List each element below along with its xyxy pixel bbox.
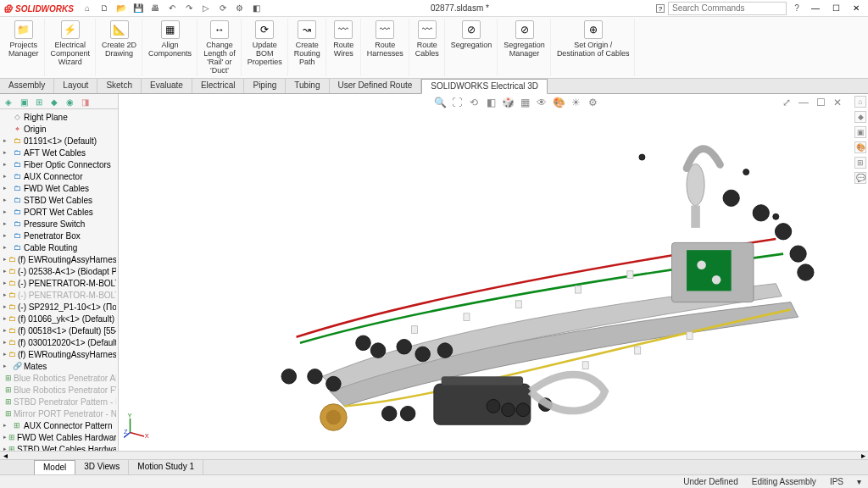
tree-item[interactable]: ⊞STBD Penetrator Pattern - NO WET [2, 396, 116, 408]
ribbon-segregation[interactable]: ⊘Segregation [446, 19, 498, 76]
ribbon-icon: ⚡ [61, 20, 80, 39]
tab-solidworks-electrical-3d[interactable]: SOLIDWORKS Electrical 3D [421, 79, 548, 94]
tree-item[interactable]: ◇Right Plane [2, 111, 116, 123]
home-icon[interactable]: ⌂ [81, 2, 94, 15]
doctab-3d-views[interactable]: 3D Views [75, 460, 129, 474]
new-icon[interactable]: 🗋 [97, 2, 111, 15]
tree-item[interactable]: ▸🗀(f) 030012020<1> (Default) [5781] [2, 336, 116, 348]
svg-point-9 [370, 343, 386, 358]
ribbon-update-bom-properties[interactable]: ⟳UpdateBOMProperties [242, 19, 288, 76]
tree-item[interactable]: ▸🗀(-) PENETRATOR-M-BOLT-10-25-A [2, 289, 116, 301]
select-icon[interactable]: ▷ [199, 2, 213, 15]
tree-item[interactable]: ▸🗀(f) 00518<1> (Default) [5548] [2, 324, 116, 336]
dimxpert-icon[interactable]: ◆ [47, 96, 61, 108]
ribbon-change-length-of-rail-or-duct-[interactable]: ↔ChangeLength of'Rail' or'Duct' [198, 19, 242, 76]
tab-piping[interactable]: Piping [244, 79, 286, 93]
save-icon[interactable]: 💾 [131, 2, 145, 15]
options-icon[interactable]: ⚙ [233, 2, 247, 15]
rebuild-icon[interactable]: ⟳ [216, 2, 230, 15]
tab-evaluate[interactable]: Evaluate [142, 79, 192, 93]
featuremanager-icon[interactable]: ◈ [2, 96, 15, 108]
tree-item[interactable]: ▸🗀(f) EWRoutingAssyHarness_H3[3756 [2, 348, 116, 360]
doctab-motion-study-1[interactable]: Motion Study 1 [129, 460, 203, 474]
taskpane-custom-icon[interactable]: ⊞ [854, 157, 866, 169]
solidworks-logo: 🏵 SOLIDWORKS [3, 3, 74, 14]
redo-icon[interactable]: ↷ [182, 2, 196, 15]
ribbon-set-origin-destination-of-cables[interactable]: ⊕Set Origin /Destination of Cables [552, 19, 636, 76]
tree-item[interactable]: ▸🗀(f) EWRoutingAssyHarness_H2_357 [2, 253, 116, 265]
taskpane-forum-icon[interactable]: 💬 [854, 172, 866, 184]
svg-point-15 [281, 369, 297, 385]
propertymanager-icon[interactable]: ▣ [17, 96, 31, 108]
tree-item[interactable]: ▸🗀Fiber Optic Connectors [2, 158, 116, 170]
ribbon-create-routing-path[interactable]: ↝CreateRoutingPath [289, 19, 326, 76]
tree-item[interactable]: ⊞Mirror PORT Penetrator - NO WET [2, 408, 116, 419]
status-units[interactable]: IPS [830, 477, 843, 486]
reference-triad[interactable]: Y X Z [124, 413, 149, 441]
status-bar: Under Defined Editing Assembly IPS ▾ [0, 474, 868, 488]
render-icon[interactable]: ◨ [78, 96, 92, 108]
tree-item[interactable]: ▸🗀Pressure Switch [2, 218, 116, 230]
feature-tree[interactable]: ◇Right Plane⌖Origin▸🗀01191<1> (Default)▸… [0, 109, 118, 451]
tree-item[interactable]: ▸🗀Penetrator Box [2, 230, 116, 241]
taskpane-view-icon[interactable]: ▣ [854, 126, 866, 138]
tree-item[interactable]: ▸🗀PORT Wet Cables [2, 206, 116, 218]
maximize-icon[interactable]: ☐ [827, 2, 844, 15]
open-icon[interactable]: 📂 [114, 2, 128, 15]
close-icon[interactable]: ✕ [848, 2, 865, 15]
ribbon-align-components[interactable]: ▦AlignComponents [143, 19, 198, 76]
ribbon-route-wires[interactable]: 〰RouteWires [327, 19, 361, 76]
taskpane-design-icon[interactable]: ◆ [854, 111, 866, 123]
search-commands-input[interactable] [668, 2, 787, 15]
tree-item[interactable]: ▸🗀01191<1> (Default) [2, 135, 116, 147]
undo-icon[interactable]: ↶ [165, 2, 179, 15]
ribbon-electrical-component-wizard[interactable]: ⚡ElectricalComponentWizard [46, 19, 97, 76]
tree-item[interactable]: ⊞Blue Robotics Penetrator FWD - NO [2, 384, 116, 396]
minimize-icon[interactable]: — [807, 2, 824, 15]
tree-item[interactable]: ▸🗀FWD Wet Cables [2, 182, 116, 194]
tree-item[interactable]: ▸🗀Cable Routing [2, 241, 116, 253]
tab-electrical[interactable]: Electrical [192, 79, 245, 93]
ribbon-route-harnesses[interactable]: 〰RouteHarnesses [362, 19, 409, 76]
tree-item[interactable]: ▸🗀AFT Wet Cables [2, 147, 116, 158]
ribbon-icon: 〰 [376, 20, 394, 39]
ribbon-route-cables[interactable]: 〰RouteCables [410, 19, 445, 76]
tree-item[interactable]: ▸⊞AUX Connector Pattern [2, 419, 116, 431]
feat-icon: ⊞ [8, 432, 15, 442]
search-cmd-icon[interactable]: ? [656, 4, 665, 13]
display-icon[interactable]: ◉ [63, 96, 76, 108]
print-icon[interactable]: 🖶 [148, 2, 162, 15]
graphics-viewport[interactable]: 🔍 ⛶ ⟲ ◧ 🎲 ▦ 👁 🎨 ☀ ⚙ ⤢ — ☐ ✕ [119, 94, 868, 451]
doctab-model[interactable]: Model [34, 460, 75, 474]
help-icon[interactable]: ? [790, 2, 804, 15]
settings-icon[interactable]: ◧ [250, 2, 264, 15]
tab-tubing[interactable]: Tubing [286, 79, 329, 93]
tree-item[interactable]: ⌖Origin [2, 123, 116, 135]
tree-item[interactable]: ▸🗀STBD Wet Cables [2, 194, 116, 206]
tree-item[interactable]: ▸🗀(f) 01066_yk<1> (Default) [2, 313, 116, 324]
ribbon-segregation-manager[interactable]: ⊘SegregationManager [498, 19, 551, 76]
configurationmanager-icon[interactable]: ⊞ [32, 96, 46, 108]
tab-layout[interactable]: Layout [54, 79, 97, 93]
tab-user-defined-route[interactable]: User Defined Route [330, 79, 422, 93]
tree-item[interactable]: ▸🗀(-) PENETRATOR-M-BOLT-10-25-A [2, 277, 116, 289]
ribbon-projects-manager[interactable]: 📁ProjectsManager [3, 19, 45, 76]
taskpane-appear-icon[interactable]: 🎨 [854, 141, 866, 153]
ribbon-icon: ↝ [298, 20, 316, 39]
tree-item[interactable]: ▸🗀AUX Connector [2, 170, 116, 182]
tree-item[interactable]: ▸⊞FWD Wet Cables Hardware Pattern [2, 431, 116, 443]
tree-item[interactable]: ▸🗀(-) SP2912_P1-10<1> (По умолч [2, 301, 116, 313]
ribbon-create-d-drawing[interactable]: 📐Create 2DDrawing [97, 19, 142, 76]
ribbon-icon: ⊕ [584, 20, 603, 39]
taskpane-home-icon[interactable]: ⌂ [854, 96, 866, 108]
feature-manager-panel: ◈ ▣ ⊞ ◆ ◉ ◨ ◇Right Plane⌖Origin▸🗀01191<1… [0, 94, 119, 451]
tree-item[interactable]: ▸🔗Mates [2, 360, 116, 372]
tree-item[interactable]: ▸🗀(-) 02538-A<1> (Biodapt Part.prtdo [2, 265, 116, 277]
tab-assembly[interactable]: Assembly [0, 79, 54, 93]
part-icon: 🗀 [8, 254, 16, 264]
tree-item[interactable]: ⊞Blue Robotics Penetrator AFT - NO [2, 372, 116, 384]
tab-sketch[interactable]: Sketch [97, 79, 142, 93]
horizontal-scrollbar[interactable]: ◂ ▸ [0, 451, 868, 459]
tree-item[interactable]: ▸⊞STBD Wet Cables Hardware Pattern [2, 443, 116, 451]
status-chevron-icon[interactable]: ▾ [857, 477, 861, 486]
